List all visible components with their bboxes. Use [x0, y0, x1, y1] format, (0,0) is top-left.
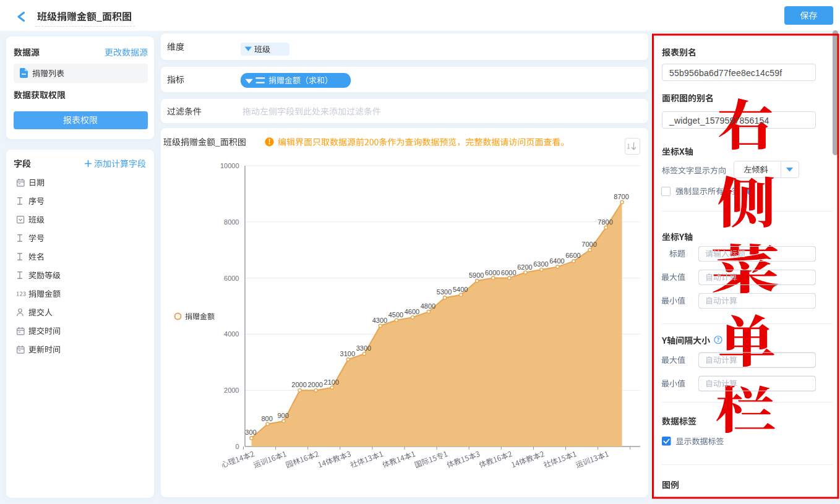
svg-text:5900: 5900	[469, 271, 484, 279]
svg-text:3300: 3300	[356, 344, 371, 352]
svg-text:6300: 6300	[533, 260, 548, 268]
svg-text:2000: 2000	[224, 387, 239, 394]
svg-text:300: 300	[245, 429, 256, 436]
svg-text:10000: 10000	[220, 162, 239, 169]
svg-text:3100: 3100	[340, 350, 355, 357]
svg-text:6400: 6400	[549, 257, 564, 265]
svg-text:6000: 6000	[485, 269, 500, 276]
svg-text:0: 0	[235, 443, 239, 450]
svg-text:8700: 8700	[614, 193, 628, 200]
svg-text:800: 800	[261, 415, 272, 422]
svg-text:6200: 6200	[517, 263, 532, 271]
svg-text:4800: 4800	[421, 302, 435, 310]
svg-text:4000: 4000	[224, 330, 239, 338]
svg-text:5300: 5300	[437, 288, 452, 296]
svg-text:4600: 4600	[405, 308, 419, 315]
svg-text:4500: 4500	[388, 311, 403, 318]
svg-text:6000: 6000	[501, 269, 516, 276]
svg-text:900: 900	[277, 412, 288, 419]
svg-text:2100: 2100	[324, 378, 339, 386]
svg-text:7800: 7800	[598, 218, 612, 226]
svg-text:2000: 2000	[307, 381, 322, 388]
svg-text:8000: 8000	[224, 218, 239, 226]
svg-text:7000: 7000	[581, 241, 596, 248]
svg-text:6600: 6600	[565, 252, 580, 259]
svg-text:4300: 4300	[372, 317, 387, 324]
svg-text:5400: 5400	[453, 286, 468, 293]
svg-text:2000: 2000	[291, 381, 306, 388]
svg-text:6000: 6000	[224, 275, 239, 282]
